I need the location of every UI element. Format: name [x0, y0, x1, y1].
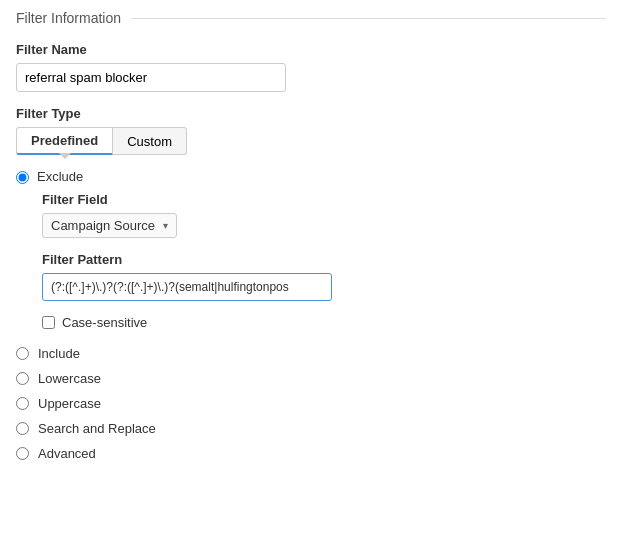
- filter-type-tabs: Predefined Custom: [16, 127, 606, 155]
- include-label: Include: [38, 346, 80, 361]
- filter-type-radio-list: Include Lowercase Uppercase Search and R…: [16, 346, 606, 461]
- uppercase-label: Uppercase: [38, 396, 101, 411]
- filter-field-dropdown[interactable]: Campaign Source ▾: [42, 213, 177, 238]
- exclude-section: Exclude Filter Field Campaign Source ▾ F…: [16, 169, 606, 330]
- case-sensitive-row[interactable]: Case-sensitive: [42, 315, 606, 330]
- tab-custom[interactable]: Custom: [113, 127, 187, 155]
- tab-predefined[interactable]: Predefined: [16, 127, 113, 155]
- exclude-option[interactable]: Exclude: [16, 169, 606, 184]
- exclude-radio[interactable]: [16, 171, 29, 184]
- filter-name-group: Filter Name: [16, 42, 606, 92]
- filter-type-label: Filter Type: [16, 106, 606, 121]
- search-replace-radio[interactable]: [16, 422, 29, 435]
- exclude-sub-fields: Filter Field Campaign Source ▾ Filter Pa…: [42, 192, 606, 330]
- case-sensitive-checkbox[interactable]: [42, 316, 55, 329]
- search-replace-label: Search and Replace: [38, 421, 156, 436]
- filter-type-group: Filter Type Predefined Custom: [16, 106, 606, 155]
- uppercase-option-row[interactable]: Uppercase: [16, 396, 606, 411]
- case-sensitive-label: Case-sensitive: [62, 315, 147, 330]
- filter-name-label: Filter Name: [16, 42, 606, 57]
- section-title: Filter Information: [16, 10, 606, 26]
- include-option-row[interactable]: Include: [16, 346, 606, 361]
- search-replace-option-row[interactable]: Search and Replace: [16, 421, 606, 436]
- filter-pattern-group: Filter Pattern: [42, 252, 606, 301]
- advanced-option-row[interactable]: Advanced: [16, 446, 606, 461]
- exclude-label: Exclude: [37, 169, 83, 184]
- uppercase-radio[interactable]: [16, 397, 29, 410]
- filter-field-label: Filter Field: [42, 192, 606, 207]
- advanced-radio[interactable]: [16, 447, 29, 460]
- advanced-label: Advanced: [38, 446, 96, 461]
- filter-pattern-input[interactable]: [42, 273, 332, 301]
- include-radio[interactable]: [16, 347, 29, 360]
- filter-name-input[interactable]: [16, 63, 286, 92]
- lowercase-label: Lowercase: [38, 371, 101, 386]
- filter-field-value: Campaign Source: [51, 218, 155, 233]
- chevron-down-icon: ▾: [163, 220, 168, 231]
- filter-pattern-label: Filter Pattern: [42, 252, 606, 267]
- lowercase-radio[interactable]: [16, 372, 29, 385]
- lowercase-option-row[interactable]: Lowercase: [16, 371, 606, 386]
- filter-field-group: Filter Field Campaign Source ▾: [42, 192, 606, 238]
